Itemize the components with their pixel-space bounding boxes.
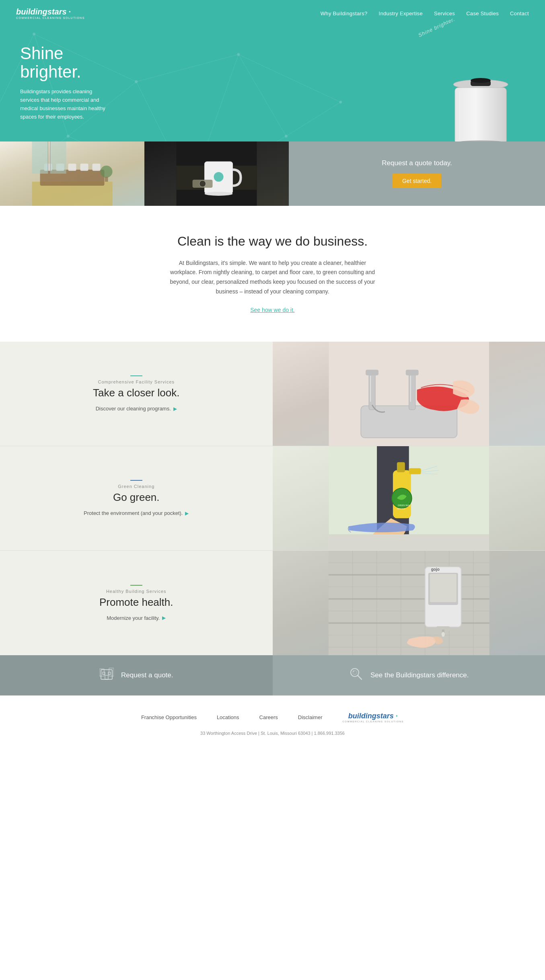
hero-title: Shine brighter. — [20, 44, 109, 81]
see-how-link[interactable]: See how we do it. — [250, 307, 295, 313]
logo[interactable]: buildingstars ✦ COMMERCIAL CLEANING SOLU… — [16, 7, 85, 19]
svg-line-10 — [286, 102, 341, 136]
get-started-button[interactable]: Get started. — [393, 174, 441, 188]
svg-line-7 — [191, 55, 239, 141]
svg-point-98 — [351, 668, 359, 677]
svg-point-101 — [353, 670, 354, 672]
svg-rect-62 — [409, 468, 421, 474]
service-category-1: Comprehensive Facility Services — [98, 379, 175, 384]
svg-rect-33 — [93, 164, 101, 171]
logo-sub: COMMERCIAL CLEANING SOLUTIONS — [16, 16, 85, 19]
nav-services[interactable]: Services — [434, 10, 455, 16]
svg-rect-52 — [405, 369, 418, 375]
footer-logo-text: buildingstars — [348, 712, 394, 720]
footer-link-careers[interactable]: Careers — [259, 714, 278, 720]
clean-section: Clean is the way we do business. At Buil… — [0, 206, 545, 342]
svg-rect-93 — [103, 672, 105, 675]
service-content-cleaning: Comprehensive Facility Services Take a c… — [0, 342, 273, 446]
logo-text: buildingstars — [16, 7, 67, 16]
quote-box: Request a quote today. Get started. — [289, 141, 545, 206]
svg-line-9 — [191, 136, 286, 141]
cta-strip: Request a quote. See the Buildingstars d… — [0, 655, 545, 695]
service-category-3: Healthy Building Services — [106, 589, 167, 594]
svg-point-44 — [214, 172, 224, 182]
svg-rect-58 — [397, 462, 405, 472]
svg-rect-51 — [409, 373, 415, 410]
coffee-cup-photo — [144, 141, 289, 206]
svg-rect-88 — [430, 574, 456, 602]
service-accent-line-2 — [130, 480, 142, 481]
svg-point-22 — [471, 78, 491, 83]
service-image-health: gojo — [273, 551, 545, 655]
photos-strip — [0, 141, 289, 206]
service-link-1[interactable]: Discover our cleaning programs. ▶ — [96, 406, 177, 412]
service-panel-health: Healthy Building Services Promote health… — [0, 551, 545, 655]
footer-link-locations[interactable]: Locations — [217, 714, 239, 720]
nav-why[interactable]: Why Buildingstars? — [321, 10, 368, 16]
hero-description: Buildingstars provides cleaning services… — [20, 88, 109, 121]
service-title-2: Go green. — [113, 491, 160, 504]
nav-industry[interactable]: Industry Expertise — [378, 10, 422, 16]
svg-rect-66 — [329, 534, 489, 550]
service-panel-cleaning: Comprehensive Facility Services Take a c… — [0, 342, 545, 446]
cta-difference-label: See the Buildingstars difference. — [370, 671, 469, 679]
service-arrow-3: ▶ — [162, 615, 166, 621]
service-title-3: Promote health. — [99, 596, 173, 609]
svg-rect-23 — [455, 88, 506, 141]
footer-link-disclaimer[interactable]: Disclaimer — [298, 714, 323, 720]
svg-rect-84 — [328, 622, 489, 624]
quote-text: Request a quote today. — [382, 159, 452, 167]
service-content-health: Healthy Building Services Promote health… — [0, 551, 273, 655]
svg-point-91 — [441, 632, 444, 637]
svg-rect-83 — [328, 598, 489, 600]
hero-trash-can — [448, 64, 513, 141]
svg-text:CERTIFIED: CERTIFIED — [397, 508, 405, 510]
cta-quote-box[interactable]: Request a quote. — [0, 655, 273, 695]
service-content-green: Green Cleaning Go green. Protect the env… — [0, 446, 273, 550]
svg-point-15 — [237, 53, 240, 56]
svg-point-38 — [101, 166, 113, 178]
service-panel-green: GREEN SEAL CERTIFIED Green Cleaning — [0, 446, 545, 551]
site-footer: Franchise Opportunities Locations Career… — [0, 695, 545, 752]
services-section: Comprehensive Facility Services Take a c… — [0, 342, 545, 655]
photos-quote-section: Request a quote today. Get started. — [0, 141, 545, 206]
cta-quote-label: Request a quote. — [121, 671, 173, 679]
svg-rect-95 — [105, 675, 108, 679]
service-accent-line-3 — [130, 585, 142, 586]
service-arrow-2: ▶ — [185, 511, 189, 516]
svg-rect-50 — [366, 369, 378, 375]
svg-point-14 — [135, 80, 138, 83]
svg-point-19 — [339, 101, 342, 104]
svg-rect-32 — [80, 164, 88, 171]
footer-logo-star: ✦ — [395, 714, 398, 718]
footer-address: 33 Worthington Access Drive | St. Louis,… — [8, 731, 537, 736]
cta-building-icon — [99, 666, 114, 684]
footer-link-franchise[interactable]: Franchise Opportunities — [141, 714, 197, 720]
svg-rect-39 — [105, 177, 108, 182]
service-link-2[interactable]: Protect the environment (and your pocket… — [84, 510, 189, 516]
svg-rect-28 — [40, 170, 105, 186]
svg-rect-35 — [50, 141, 66, 174]
svg-point-46 — [199, 180, 206, 187]
cta-difference-box[interactable]: See the Buildingstars difference. — [273, 655, 545, 695]
svg-line-99 — [358, 676, 362, 679]
svg-text:gojo: gojo — [431, 567, 439, 572]
service-accent-line-1 — [130, 375, 142, 376]
clean-title: Clean is the way we do business. — [8, 234, 537, 249]
logo-star: ✦ — [68, 10, 71, 14]
service-link-3[interactable]: Modernize your facility. ▶ — [107, 615, 166, 621]
service-category-2: Green Cleaning — [118, 484, 154, 489]
svg-line-2 — [239, 55, 341, 103]
footer-links: Franchise Opportunities Locations Career… — [8, 712, 537, 723]
service-image-cleaning — [273, 342, 545, 446]
svg-line-1 — [136, 55, 239, 82]
clean-description: At Buildingstars, it's simple. We want t… — [168, 258, 377, 297]
main-nav: Why Buildingstars? Industry Expertise Se… — [321, 10, 529, 16]
nav-case-studies[interactable]: Case Studies — [466, 10, 499, 16]
footer-logo[interactable]: buildingstars ✦ COMMERCIAL CLEANING SOLU… — [342, 712, 404, 723]
svg-line-6 — [136, 82, 191, 141]
site-header: buildingstars ✦ COMMERCIAL CLEANING SOLU… — [0, 0, 545, 27]
service-arrow-1: ▶ — [173, 406, 177, 412]
svg-point-43 — [205, 192, 233, 196]
nav-contact[interactable]: Contact — [510, 10, 529, 16]
